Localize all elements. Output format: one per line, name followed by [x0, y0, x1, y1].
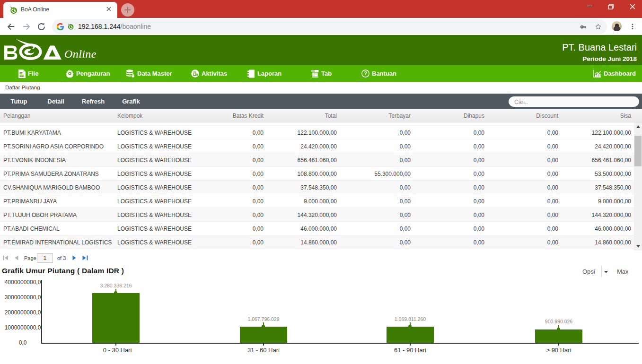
svg-text:?: ?: [364, 70, 367, 76]
